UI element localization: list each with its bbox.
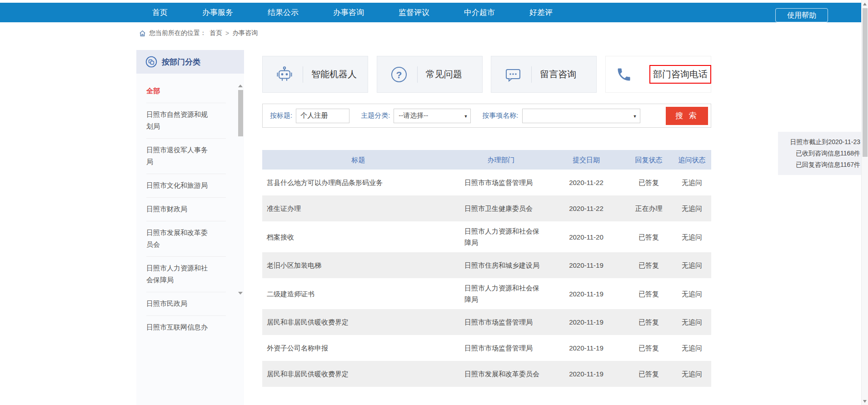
cell-3-3: 已答复	[625, 255, 673, 275]
page-scrollbar-thumb[interactable]	[863, 8, 868, 157]
cell-7-1: 日照市发展和改革委员会	[454, 364, 548, 384]
sidebar-item-4[interactable]: 日照市财政局	[136, 197, 244, 221]
page-scrollbar[interactable]	[861, 0, 868, 405]
tab-message-consult[interactable]: 留言咨询	[491, 56, 597, 93]
column-header-0: 标题	[262, 150, 454, 170]
phone-icon	[616, 66, 632, 83]
cell-6-4: 无追问	[673, 338, 711, 358]
tab-label: 智能机器人	[311, 68, 357, 80]
table-row-2[interactable]: 档案接收日照市人力资源和社会保障局2020-11-20已答复无追问	[262, 221, 711, 252]
sidebar-header: 按部门分类	[136, 50, 244, 74]
scroll-up-icon[interactable]	[863, 3, 867, 5]
tab-department-phone[interactable]: 部门咨询电话	[605, 56, 711, 93]
sidebar-scrollbar-thumb[interactable]	[238, 90, 243, 136]
cell-2-0: 档案接收	[262, 227, 454, 247]
cell-3-4: 无追问	[673, 255, 711, 275]
consultation-table: 标题办理部门提交日期回复状态追问状态 莒县什么地方可以办理商品条形码业务日照市市…	[262, 150, 711, 387]
department-category-icon	[145, 56, 157, 68]
stats-line-received: 已收到咨询信息1168件	[783, 148, 860, 159]
cell-1-4: 无追问	[673, 199, 711, 218]
nav-item-3[interactable]: 办事咨询	[333, 7, 364, 18]
sidebar-item-5[interactable]: 日照市发展和改革委员会	[136, 221, 244, 256]
sidebar-scroll-down-icon[interactable]	[238, 292, 243, 295]
svg-text:?: ?	[396, 69, 402, 80]
cell-1-3: 正在办理	[625, 199, 673, 218]
cell-7-0: 居民和非居民供暖收费界定	[262, 364, 454, 384]
sidebar-item-3[interactable]: 日照市文化和旅游局	[136, 174, 244, 197]
nav-item-0[interactable]: 首页	[152, 7, 168, 18]
cell-2-3: 已答复	[625, 227, 673, 247]
tab-label-highlighted: 部门咨询电话	[649, 65, 711, 84]
breadcrumb-prefix: 您当前所在的位置：	[149, 29, 206, 37]
home-icon	[139, 30, 146, 37]
column-header-2: 提交日期	[548, 150, 625, 170]
tab-label: 留言咨询	[540, 68, 576, 80]
column-header-1: 办理部门	[454, 150, 548, 170]
department-list: 全部日照市自然资源和规划局日照市退役军人事务局日照市文化和旅游局日照市财政局日照…	[136, 74, 244, 339]
stats-line-date: 日照市截止到2020-11-23	[783, 136, 860, 148]
cell-7-3: 已答复	[625, 364, 673, 384]
search-button[interactable]: 搜 索	[666, 107, 708, 125]
sidebar-item-1[interactable]: 日照市自然资源和规划局	[136, 103, 244, 138]
tab-smart-robot[interactable]: 智能机器人	[262, 56, 368, 93]
search-bar: 按标题: 主题分类: --请选择-- ▼ 按事项名称: ▼ 搜 索	[262, 104, 711, 128]
department-sidebar: 按部门分类 全部日照市自然资源和规划局日照市退役军人事务局日照市文化和旅游局日照…	[136, 50, 244, 405]
cell-5-4: 无追问	[673, 312, 711, 332]
cell-1-2: 2020-11-22	[548, 199, 625, 218]
cell-5-2: 2020-11-19	[548, 312, 625, 332]
sidebar-item-0[interactable]: 全部	[136, 79, 244, 103]
sidebar-item-8[interactable]: 日照市互联网信息办	[136, 315, 244, 339]
sidebar-scroll-up-icon[interactable]	[238, 85, 243, 87]
table-row-4[interactable]: 二级建造师证书日照市人力资源和社会保障局2020-11-19已答复无追问	[262, 278, 711, 309]
table-row-5[interactable]: 居民和非居民供暖收费界定日照市市场监督管理局2020-11-19已答复无追问	[262, 309, 711, 335]
title-search-input[interactable]	[296, 109, 349, 123]
consultation-stats-box: 日照市截止到2020-11-23 已收到咨询信息1168件 已回复咨询信息116…	[778, 132, 866, 175]
main-content: 智能机器人 ? 常见问题	[262, 56, 711, 93]
cell-5-1: 日照市市场监督管理局	[454, 312, 548, 332]
top-navbar: 首页办事服务结果公示办事咨询监督评议中介超市好差评 使用帮助	[0, 3, 861, 22]
cell-5-0: 居民和非居民供暖收费界定	[262, 312, 454, 332]
title-filter-label: 按标题:	[270, 111, 292, 120]
nav-item-2[interactable]: 结果公示	[268, 7, 299, 18]
tab-label: 常见问题	[426, 68, 462, 80]
breadcrumb-separator: >	[225, 30, 229, 37]
item-filter-label: 按事项名称:	[482, 111, 518, 120]
table-row-3[interactable]: 老旧小区加装电梯日照市住房和城乡建设局2020-11-19已答复无追问	[262, 252, 711, 278]
category-filter-label: 主题分类:	[361, 111, 390, 120]
table-row-0[interactable]: 莒县什么地方可以办理商品条形码业务日照市市场监督管理局2020-11-22已答复…	[262, 170, 711, 195]
cell-6-2: 2020-11-19	[548, 338, 625, 358]
sidebar-item-2[interactable]: 日照市退役军人事务局	[136, 138, 244, 174]
table-row-7[interactable]: 居民和非居民供暖收费界定日照市发展和改革委员会2020-11-19已答复无追问	[262, 361, 711, 387]
cell-5-3: 已答复	[625, 312, 673, 332]
cell-0-4: 无追问	[673, 173, 711, 192]
cell-6-0: 外资子公司名称申报	[262, 338, 454, 358]
sidebar-item-6[interactable]: 日照市人力资源和社会保障局	[136, 256, 244, 292]
nav-item-5[interactable]: 中介超市	[464, 7, 495, 18]
sidebar-item-7[interactable]: 日照市民政局	[136, 292, 244, 315]
cell-2-1: 日照市人力资源和社会保障局	[454, 221, 548, 252]
help-button[interactable]: 使用帮助	[775, 8, 828, 22]
cell-2-2: 2020-11-20	[548, 227, 625, 247]
cell-0-0: 莒县什么地方可以办理商品条形码业务	[262, 173, 454, 192]
cell-4-0: 二级建造师证书	[262, 284, 454, 304]
table-row-6[interactable]: 外资子公司名称申报日照市市场监督管理局2020-11-19已答复无追问	[262, 335, 711, 361]
breadcrumb-home-link[interactable]: 首页	[210, 29, 222, 37]
message-icon	[504, 65, 522, 84]
table-header-row: 标题办理部门提交日期回复状态追问状态	[262, 150, 711, 170]
cell-7-2: 2020-11-19	[548, 364, 625, 384]
sidebar-title: 按部门分类	[162, 57, 200, 67]
cell-4-4: 无追问	[673, 284, 711, 304]
nav-item-1[interactable]: 办事服务	[202, 7, 233, 18]
column-header-4: 追问状态	[673, 150, 711, 170]
cell-0-3: 已答复	[625, 173, 673, 192]
scroll-down-icon[interactable]	[863, 400, 867, 403]
cell-1-0: 准生证办理	[262, 199, 454, 218]
category-select[interactable]: --请选择-- ▼	[394, 109, 471, 123]
table-row-1[interactable]: 准生证办理日照市卫生健康委员会2020-11-22正在办理无追问	[262, 195, 711, 221]
nav-item-4[interactable]: 监督评议	[399, 7, 429, 18]
nav-menu: 首页办事服务结果公示办事咨询监督评议中介超市好差评	[152, 3, 553, 22]
nav-item-6[interactable]: 好差评	[529, 7, 553, 18]
stats-line-replied: 已回复咨询信息1167件	[783, 159, 860, 170]
tab-faq[interactable]: ? 常见问题	[377, 56, 483, 93]
item-name-select[interactable]: ▼	[522, 109, 640, 123]
